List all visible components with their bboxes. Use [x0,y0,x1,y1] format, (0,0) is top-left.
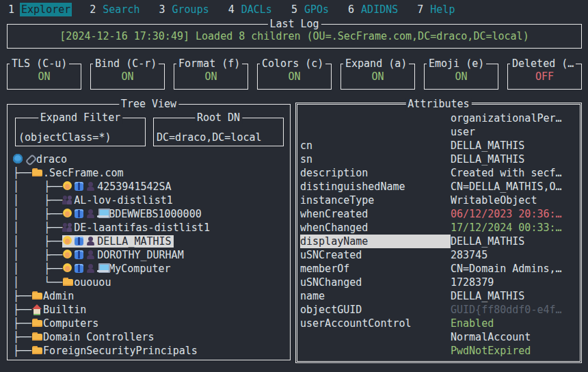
menu-item-explorer[interactable]: 1Explorer [8,3,72,16]
attribute-name[interactable] [300,125,451,139]
tree-node[interactable]: │ ├──4253941542SA [13,180,289,194]
tree-node[interactable]: │ ├──DE-laantifas-distlist1 [13,221,289,235]
toggle-deleted[interactable]: Deleted (…OFF [507,64,582,90]
attribute-name[interactable]: memberOf [300,262,451,276]
expand-filter-field[interactable]: Expand Filter (objectClass=*) [15,118,146,146]
tree-node[interactable]: │ └──ououou [13,276,289,289]
user-icon [62,263,74,274]
attribute-name[interactable] [300,344,451,358]
menu-item-label[interactable]: DACLs [240,3,273,16]
tree-node-content[interactable]: ououou [62,276,111,289]
menu-item-label[interactable]: Explorer [20,3,72,16]
attribute-row[interactable]: descriptionCreated with secf… [300,166,578,180]
tree-node[interactable]: ├──Admin [13,289,289,303]
globe-icon [13,154,25,164]
tree-node-content[interactable]: Computers [31,317,98,330]
attribute-name[interactable]: name [300,289,451,303]
attribute-name[interactable] [300,111,451,125]
attribute-row[interactable]: user [300,125,578,139]
attribute-name[interactable]: objectGUID [300,303,451,317]
root-dn-field[interactable]: Root DN DC=draco,DC=local [153,118,284,146]
attribute-row[interactable]: uSNCreated283745 [300,248,578,262]
attribute-name[interactable]: instanceType [300,194,451,207]
attribute-row[interactable]: snDELLA_MATHIS [300,152,578,166]
tree-node-content[interactable]: MyComputer [62,263,170,275]
attribute-row[interactable]: uSNChanged1728379 [300,276,578,289]
tree-node[interactable]: │ ├──DELLA_MATHIS [13,235,289,248]
menu-item-help[interactable]: 7Help [417,3,456,16]
user-icon [62,209,74,219]
menu-item-label[interactable]: Search [101,3,141,16]
attribute-row[interactable]: distinguishedNameCN=DELLA_MATHIS,O… [300,180,578,194]
toggle-expand[interactable]: Expand (a)ON [340,64,415,90]
attribute-name[interactable]: uSNChanged [300,276,451,289]
attribute-name[interactable]: uSNCreated [300,248,451,262]
tree-node[interactable]: ├──.SecFrame.com [13,166,289,180]
attribute-name[interactable]: displayName [300,235,451,248]
toggle-colors[interactable]: Colors (c)ON [257,64,332,90]
attribute-row[interactable]: nameDELLA_MATHIS [300,289,578,303]
expand-filter-value[interactable]: (objectClass=*) [18,131,111,144]
tree-node[interactable]: ├──Computers [13,317,289,330]
tree-node[interactable]: │ ├──AL-lov-distlist1 [13,194,289,207]
tree-node[interactable]: draco [13,152,289,166]
attribute-name[interactable]: whenCreated [300,207,451,221]
tree-node[interactable]: │ ├──DOROTHY_DURHAM [13,248,289,262]
menu-item-adidns[interactable]: 6ADIDNS [348,3,399,16]
tree-node[interactable]: ├──Builtin [13,303,289,317]
menu-item-label[interactable]: ADIDNS [360,3,399,16]
tree-node[interactable]: │ ├──BDEWWEBS1000000 [13,207,289,221]
tree-node[interactable]: ├──Domain Controllers [13,330,289,344]
tree-node[interactable]: ├──ForeignSecurityPrincipals [13,344,289,358]
tree-node-content[interactable]: ForeignSecurityPrincipals [31,345,198,357]
attribute-name[interactable]: cn [300,139,451,152]
attribute-row[interactable]: objectGUIDGUID{ff80ddf0-e4f… [300,303,578,317]
tree-node-content[interactable]: DE-laantifas-distlist1 [62,222,210,234]
tree-node-content[interactable]: Admin [31,290,74,302]
menu-item-search[interactable]: 2Search [90,3,141,16]
attribute-name[interactable]: distinguishedName [300,180,451,194]
attribute-row[interactable]: whenChanged17/12/2024 00:33:… [300,221,578,235]
attribute-row[interactable]: cnDELLA_MATHIS [300,139,578,152]
menu-item-label[interactable]: GPOs [303,3,330,16]
attribute-row[interactable]: userAccountControlEnabled [300,317,578,330]
tree-node[interactable]: │ ├──MyComputer [13,262,289,276]
attribute-row[interactable]: memberOfCN=Domain Admins,… [300,262,578,276]
menu-item-dacls[interactable]: 4DACLs [228,3,273,16]
attribute-row[interactable]: PwdNotExpired [300,344,578,358]
attribute-name[interactable]: userAccountControl [300,317,451,330]
root-dn-value[interactable]: DC=draco,DC=local [157,131,262,144]
toggle-title: Colors (c) [260,57,325,70]
tree-node-selected[interactable]: DELLA_MATHIS [62,235,173,248]
tree-node-content[interactable]: .SecFrame.com [31,167,123,179]
tree-node-content[interactable]: Domain Controllers [31,331,155,343]
attribute-name[interactable]: description [300,166,451,180]
menu-item-key: 1 [8,3,14,16]
tree-node-content[interactable]: BDEWWEBS1000000 [62,208,201,220]
attribute-name[interactable] [300,330,451,344]
tree-node-content[interactable]: Builtin [31,304,86,316]
attribute-row[interactable]: organizationalPer… [300,111,578,125]
attribute-row[interactable]: NormalAccount [300,330,578,344]
tree-node-content[interactable]: AL-lov-distlist1 [62,194,173,207]
tree-node-content[interactable]: draco [13,153,67,165]
toggle-bind[interactable]: Bind (C-r)ON [90,64,165,90]
tree-node-label: ououou [74,276,111,289]
attribute-row[interactable]: whenCreated06/12/2023 20:36:… [300,207,578,221]
toggle-emoji[interactable]: Emoji (e)ON [424,64,498,90]
attribute-row[interactable]: instanceTypeWritableObject [300,194,578,207]
tree-node-content[interactable]: DOROTHY_DURHAM [62,249,183,261]
menu-item-label[interactable]: Groups [171,3,211,16]
tree-node-content[interactable]: 4253941542SA [62,181,171,193]
toggle-tls[interactable]: TLS (C-u)ON [7,64,81,90]
menu-item-groups[interactable]: 3Groups [159,3,211,16]
toggle-format[interactable]: Format (f)ON [174,64,248,90]
attribute-name[interactable]: sn [300,152,451,166]
tree-branch-lines: │ ├── [13,235,62,248]
tree-node-label: DE-laantifas-distlist1 [74,222,210,234]
attribute-row[interactable]: displayNameDELLA_MATHIS [300,235,578,248]
attribute-name[interactable]: whenChanged [300,221,451,235]
folder-icon [31,345,43,356]
menu-item-label[interactable]: Help [429,3,456,16]
menu-item-gpos[interactable]: 5GPOs [291,3,330,16]
